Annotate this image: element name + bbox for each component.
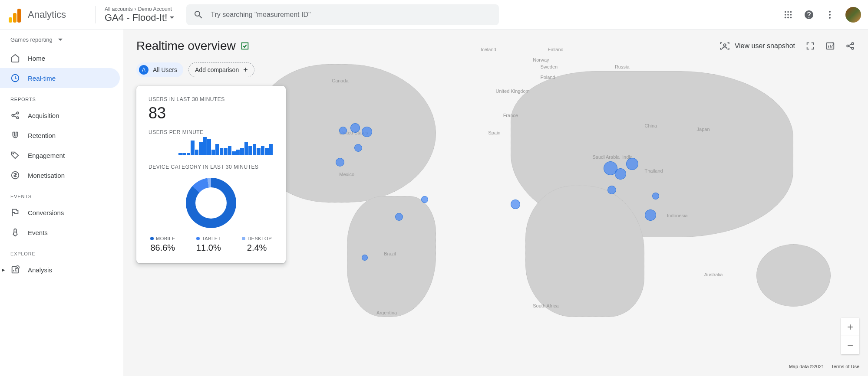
map-attribution: Map data ©2021 Terms of Use (789, 364, 859, 369)
sidebar: Games reporting Home Real-time REPORTS A… (0, 29, 123, 376)
svg-point-4 (787, 14, 789, 16)
group-label-reports: REPORTS (0, 88, 123, 105)
sidebar-item-monetisation[interactable]: Monetisation (0, 165, 120, 185)
users-count: 83 (149, 104, 274, 122)
fullscreen-icon[interactable] (805, 41, 815, 51)
flag-icon (10, 208, 20, 217)
report-picker-label: Games reporting (10, 36, 53, 43)
home-icon (10, 53, 20, 63)
legend-value: 11.0% (196, 243, 221, 253)
chip-badge: A (139, 65, 149, 75)
plus-icon: + (243, 66, 248, 74)
snapshot-label: View user snapshot (735, 42, 795, 50)
sidebar-item-label: Events (28, 229, 48, 236)
realtime-card: USERS IN LAST 30 MINUTES 83 USERS PER MI… (136, 86, 286, 263)
svg-point-8 (790, 16, 792, 18)
property-selector[interactable]: All accounts › Demo Account GA4 - Flood-… (96, 6, 174, 23)
group-label-explore: EXPLORE (0, 242, 123, 260)
more-vert-icon[interactable] (825, 10, 835, 20)
add-comparison-button[interactable]: Add comparison + (188, 62, 254, 77)
svg-point-16 (13, 153, 14, 154)
svg-point-9 (829, 11, 831, 13)
dollar-icon (10, 170, 20, 180)
device-donut-chart (186, 178, 236, 228)
chip-label: Add comparison (195, 66, 239, 73)
sidebar-item-label: Home (28, 55, 45, 62)
per-minute-label: USERS PER MINUTE (149, 129, 274, 135)
sidebar-item-label: Engagement (28, 152, 65, 159)
zoom-out-button[interactable]: − (841, 336, 859, 354)
sidebar-item-label: Acquisition (28, 112, 59, 119)
sidebar-item-label: Analysis (28, 266, 52, 274)
tag-icon (10, 150, 20, 160)
map-terms-link[interactable]: Terms of Use (831, 364, 859, 369)
chip-all-users[interactable]: A All Users (136, 62, 183, 77)
header: Analytics All accounts › Demo Account GA… (0, 0, 868, 29)
svg-point-5 (790, 14, 792, 16)
group-label-events: EVENTS (0, 185, 123, 203)
map-zoom-controls: + − (841, 318, 859, 354)
property-name: GA4 - Flood-It! (105, 12, 167, 23)
analysis-icon (10, 265, 20, 275)
users-label: USERS IN LAST 30 MINUTES (149, 96, 274, 102)
svg-point-7 (787, 16, 789, 18)
clock-icon (10, 73, 20, 83)
sidebar-item-retention[interactable]: Retention (0, 125, 120, 145)
sidebar-item-acquisition[interactable]: Acquisition (0, 105, 120, 125)
sidebar-item-events[interactable]: Events (0, 222, 120, 242)
help-icon[interactable] (804, 10, 814, 20)
sidebar-item-home[interactable]: Home (0, 48, 120, 68)
legend-item: DESKTOP 2.4% (242, 236, 272, 253)
legend-name: TABLET (202, 236, 221, 241)
logo-area: Analytics (7, 7, 87, 23)
product-name: Analytics (28, 9, 66, 20)
svg-point-1 (787, 11, 789, 13)
avatar[interactable] (845, 7, 861, 23)
sidebar-item-label: Conversions (28, 209, 64, 216)
breadcrumb-accounts: All accounts (105, 6, 133, 12)
verified-icon (240, 41, 250, 51)
search-input[interactable] (211, 11, 492, 19)
sidebar-item-realtime[interactable]: Real-time (0, 68, 120, 88)
analytics-logo-icon (7, 7, 23, 23)
legend-value: 2.4% (242, 243, 272, 253)
share-icon (10, 111, 20, 120)
sidebar-item-conversions[interactable]: Conversions (0, 203, 120, 222)
search-bar[interactable] (186, 4, 499, 25)
zoom-in-button[interactable]: + (841, 318, 859, 336)
svg-point-6 (785, 16, 786, 18)
legend-name: MOBILE (156, 236, 175, 241)
header-actions (783, 7, 861, 23)
view-user-snapshot-button[interactable]: View user snapshot (719, 40, 795, 52)
sidebar-item-label: Monetisation (28, 172, 65, 179)
chip-label: All Users (153, 66, 177, 73)
device-label: DEVICE CATEGORY IN LAST 30 MINUTES (149, 164, 274, 170)
breadcrumb-account: Demo Account (138, 6, 172, 12)
report-picker[interactable]: Games reporting (0, 36, 123, 48)
tap-icon (10, 228, 20, 237)
svg-point-20 (723, 44, 726, 46)
svg-point-10 (829, 14, 831, 16)
share-icon[interactable] (845, 41, 855, 51)
legend-name: DESKTOP (248, 236, 272, 241)
svg-point-3 (785, 14, 786, 16)
customize-icon[interactable] (825, 41, 835, 51)
apps-icon[interactable] (783, 10, 793, 20)
breadcrumb: All accounts › Demo Account (105, 6, 174, 12)
main-content: Canada United States Mexico Brazil Argen… (123, 29, 868, 376)
sidebar-item-label: Retention (28, 132, 56, 139)
expand-icon: ▸ (2, 266, 5, 274)
user-snapshot-icon (719, 40, 730, 52)
legend-item: MOBILE 86.6% (150, 236, 175, 253)
sidebar-item-analysis[interactable]: ▸ Analysis (0, 260, 120, 280)
map-copyright: Map data ©2021 (789, 364, 825, 369)
sidebar-item-engagement[interactable]: Engagement (0, 145, 120, 165)
users-per-minute-chart (149, 137, 274, 155)
svg-point-2 (790, 11, 792, 13)
dropdown-icon (58, 38, 63, 42)
device-legend: MOBILE 86.6% TABLET 11.0% DESKTOP 2.4% (149, 236, 274, 253)
chevron-down-icon (170, 16, 174, 19)
magnet-icon (10, 131, 20, 140)
sidebar-item-label: Real-time (28, 75, 56, 82)
legend-item: TABLET 11.0% (196, 236, 221, 253)
